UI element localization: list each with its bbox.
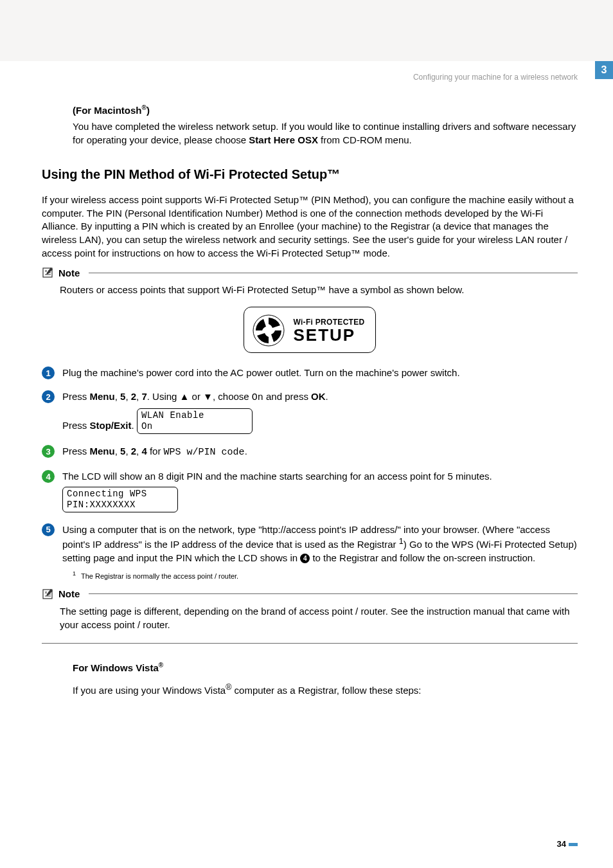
step-3: 3 Press Menu, 5, 2, 4 for WPS w/PIN code… xyxy=(42,444,578,459)
macintosh-heading: (For Macintosh®) xyxy=(73,104,578,116)
step-2: 2 Press Menu, 5, 2, 7. Using ▲ or ▼, cho… xyxy=(42,390,578,434)
wps-logo-line2: SETUP xyxy=(293,327,364,343)
step-5-text: Using a computer that is on the network,… xyxy=(62,523,578,581)
step-bullet-5: 5 xyxy=(42,523,55,536)
note-icon xyxy=(42,588,55,601)
intro-paragraph: If your wireless access point supports W… xyxy=(42,194,578,260)
vista-body: If you are using your Windows Vista® com… xyxy=(73,682,578,697)
vista-heading: For Windows Vista® xyxy=(73,662,578,673)
note-2-body: The setting page is different, depending… xyxy=(60,604,578,631)
note-rule-bottom xyxy=(42,643,578,644)
step-bullet-1: 1 xyxy=(42,366,55,379)
step-4: 4 The LCD will show an 8 digit PIN and t… xyxy=(42,469,578,512)
step-bullet-4: 4 xyxy=(42,470,55,483)
step-2-text: Press Menu, 5, 2, 7. Using ▲ or ▼, choos… xyxy=(62,390,578,434)
step-5: 5 Using a computer that is on the networ… xyxy=(42,523,578,581)
step-3-text: Press Menu, 5, 2, 4 for WPS w/PIN code. xyxy=(62,444,578,459)
note-1-body: Routers or access points that support Wi… xyxy=(60,283,578,296)
step-4-text: The LCD will show an 8 digit PIN and the… xyxy=(62,469,578,512)
inline-step-ref-4: 4 xyxy=(300,554,310,563)
lcd-display-pin: Connecting WPS PIN:XXXXXXXX xyxy=(62,487,178,512)
step-1: 1 Plug the machine's power cord into the… xyxy=(42,366,578,379)
chapter-tab: 3 xyxy=(595,61,613,79)
wps-swirl-icon xyxy=(252,314,285,347)
note-2-header: Note xyxy=(42,588,578,601)
note-label: Note xyxy=(58,588,80,599)
header-band xyxy=(0,0,613,61)
section-macintosh: (For Macintosh®) You have completed the … xyxy=(73,104,578,147)
macintosh-body: You have completed the wireless network … xyxy=(73,120,578,147)
note-1-header: Note xyxy=(42,266,578,279)
note-icon xyxy=(42,266,55,279)
footnote-1: 1The Registrar is normally the access po… xyxy=(73,570,578,581)
lcd-display-wlan: WLAN Enable On xyxy=(137,408,253,434)
section-heading-pin-method: Using the PIN Method of Wi-Fi Protected … xyxy=(42,167,578,182)
step-1-text: Plug the machine's power cord into the A… xyxy=(62,366,578,379)
wps-logo: Wi-Fi PROTECTED SETUP xyxy=(244,307,375,353)
note-label: Note xyxy=(58,267,80,278)
step-bullet-3: 3 xyxy=(42,445,55,458)
note-rule xyxy=(89,273,578,273)
note-rule xyxy=(89,593,578,594)
breadcrumb: Configuring your machine for a wireless … xyxy=(0,73,578,82)
step-bullet-2: 2 xyxy=(42,390,55,403)
section-vista: For Windows Vista® If you are using your… xyxy=(73,662,578,697)
page-number: 34 xyxy=(557,839,578,849)
